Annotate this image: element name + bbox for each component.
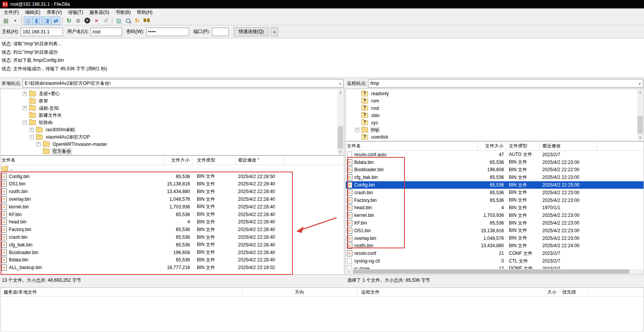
tree-item[interactable]: userdisk — [346, 134, 644, 141]
remote-site-combo[interactable]: /tmp — [368, 79, 643, 88]
column-header[interactable]: 文件大小 — [163, 156, 192, 165]
file-row[interactable]: Scrash.bin65,536BIN 文件2025/4/2 22:28:40 — [0, 233, 344, 241]
refresh-button[interactable]: ↻ — [64, 17, 73, 25]
menu-item[interactable]: 帮助(H) — [134, 8, 156, 17]
synchronized-browsing-button[interactable]: ↻ — [133, 17, 142, 25]
tree-item[interactable]: 录屏 — [0, 97, 344, 105]
site-manager-dropdown-button[interactable]: ▾ — [11, 17, 20, 25]
column-header[interactable]: 文件大小 — [478, 142, 506, 150]
scroll-up-icon[interactable] — [337, 89, 343, 96]
site-manager-button[interactable]: ▦ — [2, 17, 10, 25]
toggle-remote-tree-button[interactable]: ◨ — [42, 17, 51, 25]
file-row[interactable]: SFactory.bin65,536BIN 文件2025/4/2 22:23:0… — [346, 197, 644, 204]
queue-column-header[interactable]: 远程文件 — [357, 288, 545, 296]
column-header[interactable]: 文件名 — [0, 156, 163, 165]
remote-tree-scrollbar[interactable] — [637, 89, 643, 140]
expander-icon[interactable]: + — [355, 128, 359, 132]
host-input[interactable] — [21, 28, 63, 36]
file-row[interactable]: SConfig.bin65,536BIN 文件2025/4/2 22:25:00 — [346, 181, 644, 189]
file-row[interactable]: SOS1.bin15,138,816BIN 文件2025/4/2 22:23:0… — [346, 227, 644, 235]
quickconnect-button[interactable]: 快速连接(Q) — [234, 27, 269, 36]
search-button[interactable] — [142, 17, 151, 25]
file-row[interactable]: SBootloader.bin196,608BIN 文件2025/4/2 22:… — [0, 249, 344, 256]
file-row[interactable]: Scfg_bak.bin65,536BIN 文件2025/4/2 22:23:0… — [346, 173, 644, 181]
remote-list-horizontal-scrollbar[interactable] — [346, 269, 643, 274]
menu-item[interactable]: 文件(F) — [1, 8, 22, 17]
cancel-button[interactable]: × — [83, 17, 92, 25]
local-site-combo[interactable]: E:\软路由\xiaomi4Av2刷官方OP\官方备份\ — [23, 79, 343, 88]
username-input[interactable] — [91, 28, 122, 36]
tree-item[interactable]: +圣诞+爱心 — [0, 90, 344, 97]
file-row[interactable]: Skernel.bin1,703,936BIN 文件2025/4/2 22:23… — [346, 211, 644, 219]
scrollbar-thumb[interactable] — [353, 269, 629, 274]
file-row[interactable]: Srootfs.bin13,434,880BIN 文件2025/4/2 22:2… — [346, 242, 644, 250]
tree-item[interactable]: 官方备份 — [0, 148, 344, 155]
port-input[interactable] — [212, 28, 229, 36]
reconnect-button[interactable]: ↺ — [101, 17, 110, 25]
expander-icon[interactable]: + — [23, 106, 27, 110]
transfer-queue-body[interactable] — [0, 297, 644, 331]
tree-item[interactable]: root — [346, 105, 644, 112]
file-row[interactable]: SKF.bin65,536BIN 文件2025/4/2 22:28:40 — [0, 211, 344, 218]
scroll-up-icon[interactable] — [637, 89, 643, 96]
queue-column-header[interactable]: 大小 — [545, 288, 559, 296]
file-row[interactable]: Soverlay.bin1,048,576BIN 文件2025/4/2 22:2… — [346, 235, 644, 242]
quickconnect-dropdown[interactable] — [271, 27, 278, 36]
find-files-button[interactable] — [124, 17, 132, 25]
queue-column-header[interactable]: 优先级 — [559, 288, 588, 296]
file-row[interactable]: SFactory.bin65,536BIN 文件2025/4/2 22:28:4… — [0, 226, 344, 233]
tree-item[interactable]: rom — [346, 97, 644, 105]
file-row[interactable]: Scfg_bak.bin65,536BIN 文件2025/4/2 22:28:4… — [0, 241, 344, 249]
queue-column-header[interactable]: 服务器/本地文件 — [0, 288, 242, 296]
process-queue-button[interactable]: ⚙ — [74, 17, 83, 25]
expander-icon[interactable]: − — [23, 121, 27, 125]
disconnect-button[interactable]: × — [92, 17, 101, 25]
parent-directory-row[interactable]: .. — [0, 165, 344, 173]
tree-item[interactable]: −xiaomi4Av2刷官方OP — [0, 134, 344, 141]
file-row[interactable]: Shead.bin4BIN 文件2025/4/2 22:28:40 — [0, 218, 344, 226]
tree-item[interactable]: +成都-贵阳 — [0, 105, 344, 112]
file-row[interactable]: resolv.conf.auto47AUTO 文件2023/2/7 — [346, 151, 644, 159]
local-directory-tree[interactable]: +圣诞+爱心录屏+成都-贵阳新建文件夹−软路由+rax3000m刷机−xiaom… — [0, 89, 344, 155]
file-row[interactable]: SKF.bin65,536BIN 文件2025/4/2 22:23:00 — [346, 219, 644, 227]
tree-item[interactable]: sbin — [346, 112, 644, 119]
toggle-local-tree-button[interactable]: ◧ — [33, 17, 42, 25]
file-row[interactable]: Sresolv.conf21CONF 文件2023/2/7 — [346, 249, 644, 257]
expander-icon[interactable]: + — [30, 128, 34, 132]
toggle-message-log-button[interactable]: ▤ — [24, 17, 33, 25]
file-row[interactable]: Srootfs.bin13,434,880BIN 文件2025/4/2 22:2… — [0, 188, 344, 195]
menu-item[interactable]: 查看(V) — [43, 8, 65, 17]
toggle-transfer-queue-button[interactable]: ⇄ — [51, 17, 60, 25]
expander-icon[interactable]: + — [36, 142, 41, 146]
column-header[interactable]: 文件类型∧ — [506, 142, 540, 150]
password-input[interactable] — [146, 28, 189, 36]
file-row[interactable]: syslog-ng.ctl0CTL 文件2023/2/7 — [346, 257, 644, 265]
file-row[interactable]: Shead.bin4BIN 文件1970/1/1 — [346, 204, 644, 212]
file-row[interactable]: SALL_backup.bin16,777,216BIN 文件2025/4/2 … — [0, 264, 344, 271]
local-file-list[interactable]: 文件名文件大小文件类型最近修改∨ ..SConfig.bin65,536BIN … — [0, 155, 344, 275]
local-tree-scrollbar[interactable] — [337, 89, 343, 155]
file-row[interactable]: Soverlay.bin1,048,576BIN 文件2025/4/2 22:2… — [0, 195, 344, 203]
file-row[interactable]: Skernel.bin1,703,936BIN 文件2025/4/2 22:28… — [0, 203, 344, 211]
file-row[interactable]: SConfig.bin65,536BIN 文件2025/4/2 22:28:50 — [0, 173, 344, 180]
menu-item[interactable]: 书签(B) — [112, 8, 134, 17]
chevron-down-icon[interactable] — [637, 81, 643, 86]
directory-comparison-button[interactable]: ▥ — [114, 17, 123, 25]
column-header[interactable]: 文件类型 — [192, 156, 235, 165]
expander-icon[interactable]: + — [23, 92, 27, 96]
chevron-down-icon[interactable] — [337, 81, 343, 86]
file-row[interactable]: SBootloader.bin196,608BIN 文件2025/4/2 22:… — [346, 166, 644, 174]
remote-file-list[interactable]: 文件名文件大小文件类型∧最近修改 resolv.conf.auto47AUTO … — [345, 141, 644, 275]
tree-item[interactable]: +OpenWRTInvasion-master — [0, 141, 344, 148]
column-header[interactable]: 文件名 — [346, 142, 478, 150]
file-row[interactable]: SBdata.bin65,536BIN 文件2025/4/2 22:23:00 — [346, 159, 644, 166]
file-row[interactable]: Scrash.bin65,536BIN 文件2025/4/2 22:23:00 — [346, 189, 644, 197]
tree-item[interactable]: readonly — [346, 90, 644, 97]
queue-column-header[interactable]: 方向 — [242, 288, 357, 296]
tree-item[interactable]: 新建文件夹 — [0, 112, 344, 119]
tree-item[interactable]: +tmp — [346, 126, 644, 134]
tree-item[interactable]: sys — [346, 119, 644, 126]
scroll-left-icon[interactable] — [346, 269, 352, 274]
remote-directory-tree[interactable]: readonlyromrootsbinsys+tmpuserdisk — [345, 89, 644, 141]
scrollbar-thumb[interactable] — [637, 116, 643, 134]
